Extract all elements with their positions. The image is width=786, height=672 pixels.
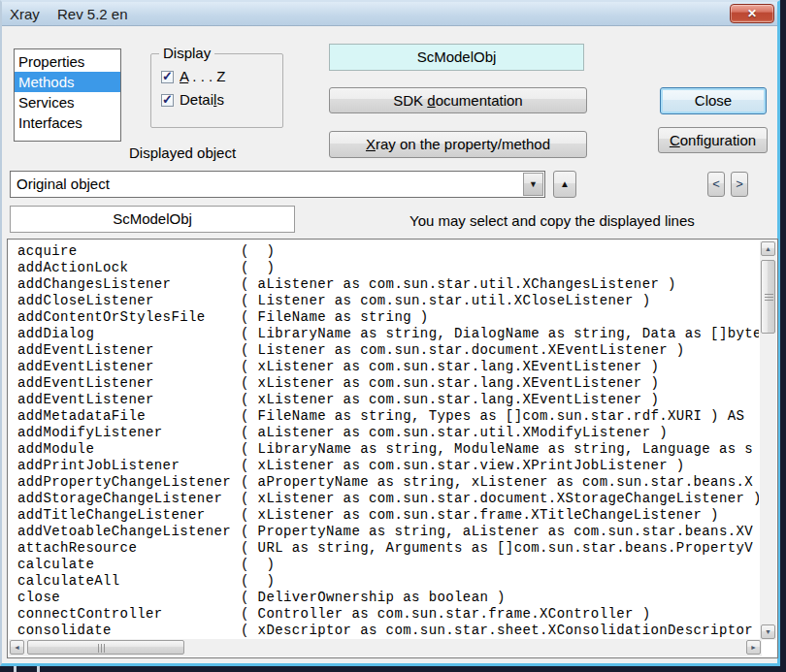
method-row[interactable]: calculateAll( ) [17,573,759,590]
method-params: ( LibraryName as string, ModuleName as s… [241,441,753,457]
scroll-left-button[interactable]: ◄ [10,640,24,655]
method-name: addModule [17,441,241,458]
method-params: ( Listener as com.sun.star.util.XCloseLi… [241,293,650,308]
horizontal-scrollbar-thumb[interactable] [27,640,184,655]
combobox-dropdown-button[interactable]: ▼ [523,173,543,196]
method-row[interactable]: addEventListener( Listener as com.sun.st… [17,342,759,359]
next-object-button[interactable]: > [731,172,748,197]
method-row[interactable]: calculate( ) [17,557,759,573]
method-name: addContentOrStylesFile [17,309,241,326]
background-artifact [14,666,16,672]
method-row[interactable]: addEventListener( xListener as com.sun.s… [17,375,759,392]
method-name: connectController [17,606,241,623]
close-button[interactable]: Close [660,87,767,114]
method-name: addEventListener [17,342,241,359]
method-params: ( URL as string, Arguments as []com.sun.… [241,540,753,556]
method-row[interactable]: addEventListener( xListener as com.sun.s… [17,359,759,375]
method-listbox[interactable]: acquire( )addActionLock( )addChangesList… [7,239,778,658]
checkbox-az-box[interactable]: ✓ [161,71,174,83]
object-class-field[interactable]: ScModelObj [329,44,584,71]
sdk-documentation-button[interactable]: SDK documentation [329,87,587,113]
method-row[interactable]: addChangesListener( aListener as com.sun… [17,276,759,293]
method-row[interactable]: addPrintJobListener( xListener as com.su… [17,458,759,474]
vertical-scrollbar-thumb[interactable] [761,260,775,334]
previous-object-button[interactable]: < [707,172,725,197]
displayed-object-label: Displayed object [129,144,236,161]
scroll-down-button[interactable]: ▼ [761,624,775,639]
method-params: ( aPropertyName as string, xListener as … [241,474,753,490]
window-revision: Rev 5.2 en [57,6,128,22]
object-name-field[interactable]: ScModelObj [10,206,295,233]
method-name: addTitleChangeListener [17,507,241,524]
category-listbox[interactable]: Properties Methods Services Interfaces [14,48,121,142]
method-params: ( Listener as com.sun.star.document.XEve… [241,342,685,358]
method-name: addVetoableChangeListener [17,524,241,540]
horizontal-scrollbar[interactable]: ◄ ► [9,639,762,656]
method-row[interactable]: consolidate( xDescriptor as com.sun.star… [17,623,759,639]
triangle-left-icon: ◄ [14,644,20,651]
method-row[interactable]: addVetoableChangeListener( PropertyName … [17,524,759,540]
triangle-down-icon: ▼ [765,628,771,635]
method-row[interactable]: addModifyListener( aListener as com.sun.… [17,425,759,441]
window-title: Xray [10,6,40,22]
title-bar[interactable]: Xray Rev 5.2 en ✕ [2,2,777,26]
nav-item-interfaces[interactable]: Interfaces [15,112,120,133]
checkbox-az[interactable]: ✓A . . . Z [161,68,226,83]
method-row[interactable]: addPropertyChangeListener( aPropertyName… [17,474,759,491]
display-groupbox: Display ✓A . . . Z ✓Details [150,53,283,128]
method-params: ( LibraryName as string, DialogName as s… [241,326,759,341]
method-params: ( xListener as com.sun.star.document.XSt… [241,491,759,506]
parent-object-button[interactable]: ▲ [553,171,576,198]
object-history-combobox[interactable]: Original object ▼ [10,171,545,198]
method-name: addEventListener [17,359,241,375]
copy-hint-label: You may select and copy the displayed li… [409,212,695,229]
method-lines: acquire( )addActionLock( )addChangesList… [8,240,759,639]
window-close-button[interactable]: ✕ [730,4,774,23]
nav-item-properties[interactable]: Properties [15,51,120,72]
method-params: ( DeliverOwnership as boolean ) [241,590,506,605]
checkbox-details[interactable]: ✓Details [161,91,224,107]
method-row[interactable]: addModule( LibraryName as string, Module… [17,441,759,458]
display-groupbox-legend: Display [159,45,214,61]
method-name: attachResource [17,540,241,557]
method-name: addEventListener [17,392,241,408]
method-params: ( ) [241,573,275,589]
method-row[interactable]: addMetadataFile( FileName as string, Typ… [17,408,759,425]
scroll-right-button[interactable]: ► [746,640,761,655]
thumb-grip [98,644,106,653]
method-row[interactable]: addEventListener( xListener as com.sun.s… [17,392,759,408]
nav-item-methods[interactable]: Methods [15,72,120,92]
xray-dialog-window: Xray Rev 5.2 en ✕ Properties Methods Ser… [0,0,780,666]
method-row[interactable]: attachResource( URL as string, Arguments… [17,540,759,557]
method-row[interactable]: addActionLock( ) [17,260,759,276]
method-name: addActionLock [17,260,241,276]
method-row[interactable]: addStorageChangeListener( xListener as c… [17,491,759,507]
method-name: calculateAll [17,573,241,590]
method-name: addMetadataFile [17,408,241,425]
method-name: addChangesListener [17,276,241,293]
method-row[interactable]: connectController( Controller as com.sun… [17,606,759,623]
method-params: ( PropertyName as string, aListener as c… [241,524,753,539]
method-row[interactable]: addCloseListener( Listener as com.sun.st… [17,293,759,309]
vertical-scrollbar[interactable]: ▲ ▼ [760,240,776,640]
triangle-up-icon: ▲ [765,245,771,252]
method-name: addPropertyChangeListener [17,474,241,491]
method-row[interactable]: addTitleChangeListener( xListener as com… [17,507,759,524]
chevron-down-icon: ▼ [529,179,538,189]
scroll-up-button[interactable]: ▲ [761,241,775,256]
checkbox-details-box[interactable]: ✓ [161,94,174,107]
nav-item-services[interactable]: Services [15,92,120,112]
method-name: addDialog [17,326,241,342]
method-name: consolidate [17,623,241,639]
method-row[interactable]: addDialog( LibraryName as string, Dialog… [17,326,759,342]
xray-property-method-button[interactable]: Xray on the property/method [329,131,587,158]
combobox-value: Original object [16,172,110,197]
method-row[interactable]: addContentOrStylesFile( FileName as stri… [17,309,759,326]
method-params: ( Controller as com.sun.star.frame.XCont… [241,606,650,622]
method-row[interactable]: close( DeliverOwnership as boolean ) [17,590,759,606]
configuration-button[interactable]: Configuration [658,127,768,153]
method-params: ( xListener as com.sun.star.view.XPrintJ… [241,458,685,473]
method-name: addModifyListener [17,425,241,441]
check-icon: ✓ [162,92,173,107]
method-row[interactable]: acquire( ) [17,243,759,260]
